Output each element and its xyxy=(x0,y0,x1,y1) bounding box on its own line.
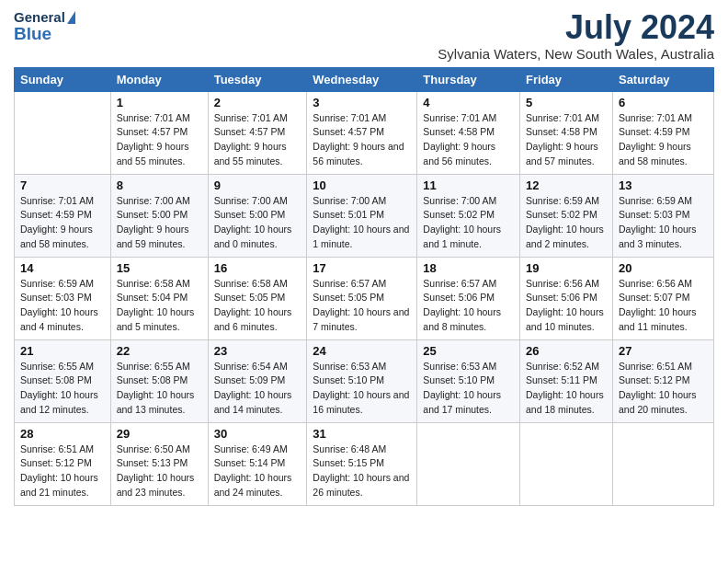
calendar-cell: 4Sunrise: 7:01 AMSunset: 4:58 PMDaylight… xyxy=(417,91,520,174)
calendar-week-row: 28Sunrise: 6:51 AMSunset: 5:12 PMDayligh… xyxy=(15,422,714,505)
day-info: Sunrise: 7:00 AMSunset: 5:01 PMDaylight:… xyxy=(313,194,411,252)
day-number: 5 xyxy=(526,96,607,109)
calendar-cell: 30Sunrise: 6:49 AMSunset: 5:14 PMDayligh… xyxy=(208,422,307,505)
calendar-cell: 21Sunrise: 6:55 AMSunset: 5:08 PMDayligh… xyxy=(15,339,111,422)
calendar-cell: 2Sunrise: 7:01 AMSunset: 4:57 PMDaylight… xyxy=(208,91,307,174)
day-info: Sunrise: 7:01 AMSunset: 4:57 PMDaylight:… xyxy=(214,111,301,169)
calendar-cell: 14Sunrise: 6:59 AMSunset: 5:03 PMDayligh… xyxy=(15,257,111,339)
calendar-cell xyxy=(612,422,713,505)
calendar-cell: 1Sunrise: 7:01 AMSunset: 4:57 PMDaylight… xyxy=(110,91,208,174)
day-number: 18 xyxy=(423,261,514,275)
day-info: Sunrise: 6:57 AMSunset: 5:05 PMDaylight:… xyxy=(313,277,411,335)
day-info: Sunrise: 6:57 AMSunset: 5:06 PMDaylight:… xyxy=(423,277,514,335)
calendar-cell: 29Sunrise: 6:50 AMSunset: 5:13 PMDayligh… xyxy=(110,422,208,505)
header-cell: Saturday xyxy=(612,67,713,91)
header-cell: Tuesday xyxy=(208,67,307,91)
day-info: Sunrise: 6:48 AMSunset: 5:15 PMDaylight:… xyxy=(313,442,411,500)
calendar-week-row: 21Sunrise: 6:55 AMSunset: 5:08 PMDayligh… xyxy=(15,339,714,422)
calendar-cell: 26Sunrise: 6:52 AMSunset: 5:11 PMDayligh… xyxy=(520,339,613,422)
day-number: 9 xyxy=(214,178,301,192)
title-block: July 2024 Sylvania Waters, New South Wal… xyxy=(438,9,714,62)
calendar-cell: 24Sunrise: 6:53 AMSunset: 5:10 PMDayligh… xyxy=(307,339,417,422)
day-number: 23 xyxy=(214,344,301,358)
day-number: 26 xyxy=(526,344,607,358)
day-info: Sunrise: 6:49 AMSunset: 5:14 PMDaylight:… xyxy=(214,442,301,500)
day-number: 17 xyxy=(313,261,411,275)
page-title: July 2024 xyxy=(438,9,714,46)
calendar-cell xyxy=(520,422,613,505)
day-info: Sunrise: 7:01 AMSunset: 4:57 PMDaylight:… xyxy=(117,111,202,169)
day-number: 4 xyxy=(423,96,514,109)
day-number: 13 xyxy=(619,178,708,192)
logo: General Blue xyxy=(14,9,75,45)
header-cell: Thursday xyxy=(417,67,520,91)
day-info: Sunrise: 7:01 AMSunset: 4:59 PMDaylight:… xyxy=(619,111,708,169)
calendar-cell: 25Sunrise: 6:53 AMSunset: 5:10 PMDayligh… xyxy=(417,339,520,422)
calendar-cell: 27Sunrise: 6:51 AMSunset: 5:12 PMDayligh… xyxy=(612,339,713,422)
day-info: Sunrise: 6:56 AMSunset: 5:07 PMDaylight:… xyxy=(619,277,708,335)
day-info: Sunrise: 6:53 AMSunset: 5:10 PMDaylight:… xyxy=(423,360,514,418)
calendar-cell: 11Sunrise: 7:00 AMSunset: 5:02 PMDayligh… xyxy=(417,174,520,257)
calendar-week-row: 14Sunrise: 6:59 AMSunset: 5:03 PMDayligh… xyxy=(15,257,714,339)
day-number: 3 xyxy=(313,96,411,109)
header-row: SundayMondayTuesdayWednesdayThursdayFrid… xyxy=(15,67,714,91)
day-number: 16 xyxy=(214,261,301,275)
calendar-week-row: 7Sunrise: 7:01 AMSunset: 4:59 PMDaylight… xyxy=(15,174,714,257)
day-info: Sunrise: 6:53 AMSunset: 5:10 PMDaylight:… xyxy=(313,360,411,418)
day-number: 28 xyxy=(20,427,105,441)
calendar-cell: 12Sunrise: 6:59 AMSunset: 5:02 PMDayligh… xyxy=(520,174,613,257)
day-number: 12 xyxy=(526,178,607,192)
day-info: Sunrise: 7:01 AMSunset: 4:58 PMDaylight:… xyxy=(526,111,607,169)
day-number: 1 xyxy=(117,96,202,109)
day-number: 19 xyxy=(526,261,607,275)
header-cell: Friday xyxy=(520,67,613,91)
day-number: 6 xyxy=(619,96,708,109)
day-number: 20 xyxy=(619,261,708,275)
day-number: 8 xyxy=(117,178,202,192)
day-info: Sunrise: 6:58 AMSunset: 5:05 PMDaylight:… xyxy=(214,277,301,335)
calendar-cell: 6Sunrise: 7:01 AMSunset: 4:59 PMDaylight… xyxy=(612,91,713,174)
day-number: 14 xyxy=(20,261,105,275)
day-number: 10 xyxy=(313,178,411,192)
calendar-cell xyxy=(417,422,520,505)
calendar-cell: 28Sunrise: 6:51 AMSunset: 5:12 PMDayligh… xyxy=(15,422,111,505)
day-number: 21 xyxy=(20,344,105,358)
calendar-week-row: 1Sunrise: 7:01 AMSunset: 4:57 PMDaylight… xyxy=(15,91,714,174)
day-info: Sunrise: 7:00 AMSunset: 5:00 PMDaylight:… xyxy=(117,194,202,252)
calendar-cell: 5Sunrise: 7:01 AMSunset: 4:58 PMDaylight… xyxy=(520,91,613,174)
page-subtitle: Sylvania Waters, New South Wales, Austra… xyxy=(438,46,714,62)
calendar-cell: 10Sunrise: 7:00 AMSunset: 5:01 PMDayligh… xyxy=(307,174,417,257)
day-info: Sunrise: 6:51 AMSunset: 5:12 PMDaylight:… xyxy=(619,360,708,418)
calendar-cell: 9Sunrise: 7:00 AMSunset: 5:00 PMDaylight… xyxy=(208,174,307,257)
calendar-cell: 31Sunrise: 6:48 AMSunset: 5:15 PMDayligh… xyxy=(307,422,417,505)
day-info: Sunrise: 6:51 AMSunset: 5:12 PMDaylight:… xyxy=(20,442,105,500)
day-number: 29 xyxy=(117,427,202,441)
logo-blue: Blue xyxy=(14,24,75,45)
day-info: Sunrise: 7:01 AMSunset: 4:57 PMDaylight:… xyxy=(313,111,411,169)
page-header: General Blue July 2024 Sylvania Waters, … xyxy=(14,9,714,62)
day-info: Sunrise: 6:59 AMSunset: 5:03 PMDaylight:… xyxy=(619,194,708,252)
day-info: Sunrise: 7:01 AMSunset: 4:58 PMDaylight:… xyxy=(423,111,514,169)
calendar-cell: 23Sunrise: 6:54 AMSunset: 5:09 PMDayligh… xyxy=(208,339,307,422)
day-number: 31 xyxy=(313,427,411,441)
day-info: Sunrise: 7:00 AMSunset: 5:02 PMDaylight:… xyxy=(423,194,514,252)
calendar-cell xyxy=(15,91,111,174)
day-number: 7 xyxy=(20,178,105,192)
day-number: 15 xyxy=(117,261,202,275)
day-info: Sunrise: 6:59 AMSunset: 5:02 PMDaylight:… xyxy=(526,194,607,252)
calendar-cell: 17Sunrise: 6:57 AMSunset: 5:05 PMDayligh… xyxy=(307,257,417,339)
day-info: Sunrise: 6:56 AMSunset: 5:06 PMDaylight:… xyxy=(526,277,607,335)
day-info: Sunrise: 6:55 AMSunset: 5:08 PMDaylight:… xyxy=(20,360,105,418)
day-info: Sunrise: 6:52 AMSunset: 5:11 PMDaylight:… xyxy=(526,360,607,418)
day-number: 2 xyxy=(214,96,301,109)
calendar-cell: 22Sunrise: 6:55 AMSunset: 5:08 PMDayligh… xyxy=(110,339,208,422)
day-info: Sunrise: 6:50 AMSunset: 5:13 PMDaylight:… xyxy=(117,442,202,500)
day-number: 25 xyxy=(423,344,514,358)
header-cell: Monday xyxy=(110,67,208,91)
day-info: Sunrise: 6:55 AMSunset: 5:08 PMDaylight:… xyxy=(117,360,202,418)
calendar-cell: 16Sunrise: 6:58 AMSunset: 5:05 PMDayligh… xyxy=(208,257,307,339)
calendar-cell: 19Sunrise: 6:56 AMSunset: 5:06 PMDayligh… xyxy=(520,257,613,339)
day-number: 27 xyxy=(619,344,708,358)
day-info: Sunrise: 6:54 AMSunset: 5:09 PMDaylight:… xyxy=(214,360,301,418)
day-number: 11 xyxy=(423,178,514,192)
